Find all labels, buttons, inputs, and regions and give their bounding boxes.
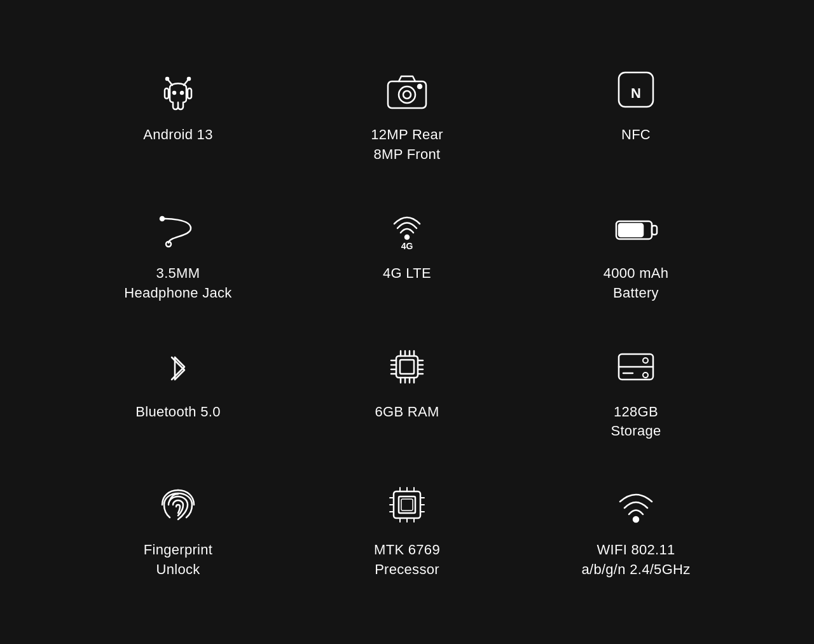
svg-point-61 <box>633 517 638 522</box>
wifi-label: WIFI 802.11a/b/g/n 2.4/5GHz <box>581 540 690 580</box>
nfc-icon: N <box>610 64 661 115</box>
feature-nfc: N NFC <box>534 64 738 165</box>
battery-label: 4000 mAhBattery <box>604 264 669 303</box>
svg-rect-6 <box>165 88 169 99</box>
wifi-icon <box>610 479 661 530</box>
svg-point-17 <box>405 235 409 239</box>
svg-point-4 <box>166 78 169 80</box>
fingerprint-icon <box>153 479 204 530</box>
svg-point-16 <box>160 217 164 221</box>
bluetooth-label: Bluetooth 5.0 <box>135 402 221 422</box>
camera-icon <box>382 64 432 115</box>
svg-rect-46 <box>394 491 420 518</box>
4g-lte-icon: 4G <box>382 203 432 254</box>
feature-4glte: 4G 4G LTE <box>305 203 509 303</box>
svg-text:N: N <box>631 85 641 101</box>
svg-rect-24 <box>400 360 414 374</box>
svg-rect-20 <box>652 226 657 235</box>
android-icon <box>153 64 204 115</box>
processor-icon <box>382 479 432 530</box>
feature-battery: 4000 mAhBattery <box>534 203 738 303</box>
svg-point-0 <box>173 92 176 94</box>
svg-point-1 <box>181 92 183 94</box>
svg-point-14 <box>166 242 171 247</box>
android-label: Android 13 <box>143 125 212 145</box>
svg-point-9 <box>399 86 415 103</box>
feature-fingerprint: FingerprintUnlock <box>76 479 280 580</box>
svg-point-5 <box>188 78 190 80</box>
storage-label: 128GBStorage <box>610 402 661 442</box>
processor-label: MTK 6769Precessor <box>374 540 440 580</box>
feature-bluetooth: Bluetooth 5.0 <box>76 341 280 442</box>
features-grid: Android 13 12MP Rear8MP Front N NFC <box>25 39 789 605</box>
storage-icon <box>610 341 661 392</box>
svg-point-11 <box>418 85 422 88</box>
feature-storage: 128GBStorage <box>534 341 738 442</box>
feature-ram: 6GB RAM <box>305 341 509 442</box>
feature-android: Android 13 <box>76 64 280 165</box>
feature-camera: 12MP Rear8MP Front <box>305 64 509 165</box>
headphone-label: 3.5MMHeadphone Jack <box>124 264 231 303</box>
svg-point-45 <box>643 373 648 378</box>
headphone-jack-icon <box>153 203 204 254</box>
ram-label: 6GB RAM <box>375 402 439 422</box>
svg-point-43 <box>643 358 648 363</box>
camera-label: 12MP Rear8MP Front <box>371 125 443 165</box>
svg-rect-48 <box>401 499 413 510</box>
feature-processor: MTK 6769Precessor <box>305 479 509 580</box>
feature-wifi: WIFI 802.11a/b/g/n 2.4/5GHz <box>534 479 738 580</box>
cpu-icon <box>382 341 432 392</box>
4g-lte-label: 4G LTE <box>383 264 431 284</box>
svg-rect-21 <box>619 224 643 236</box>
svg-rect-7 <box>188 88 191 99</box>
nfc-label: NFC <box>621 125 651 145</box>
svg-point-10 <box>403 91 411 99</box>
battery-icon <box>610 203 661 254</box>
svg-text:4G: 4G <box>401 241 413 250</box>
feature-headphone: 3.5MMHeadphone Jack <box>76 203 280 303</box>
bluetooth-icon <box>153 341 204 392</box>
fingerprint-label: FingerprintUnlock <box>144 540 212 580</box>
